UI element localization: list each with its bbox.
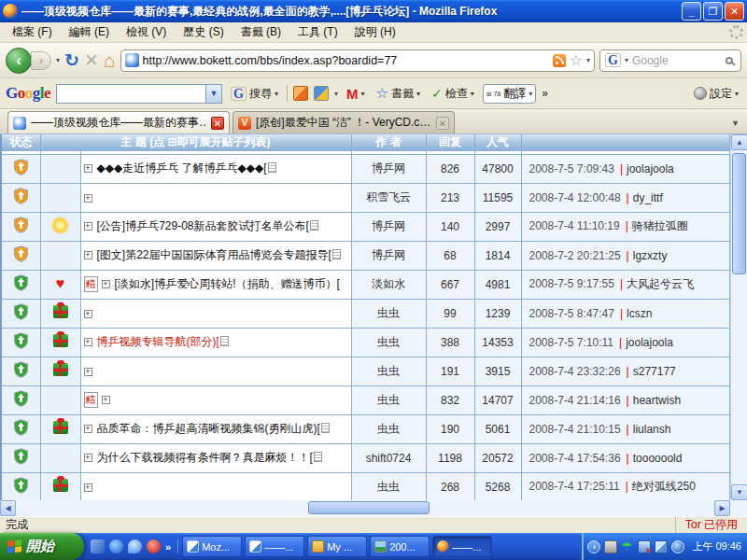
author-cell[interactable]: 虫虫 [351,414,426,443]
tab-close-icon[interactable]: ✕ [211,117,224,130]
scroll-down-arrow[interactable]: ▼ [731,484,747,500]
search-input[interactable]: G ▾ Google [599,49,741,72]
reload-button[interactable]: ↻ [64,51,79,70]
topic-title-link[interactable]: [公告]博乒乓729-08新品套胶试打名单公布[ [97,219,309,232]
lastpost-user-link[interactable]: lgzxzty [633,249,668,262]
taskbar-task-button[interactable]: ——... [432,536,492,557]
search-engine-dropdown-icon[interactable]: ▾ [625,56,628,64]
mail-client-icon[interactable] [91,539,105,553]
gadgets-icon[interactable] [314,86,329,101]
search-icon[interactable] [726,57,733,64]
stop-button[interactable]: ✕ [84,51,99,70]
spellcheck-button[interactable]: ✓ 檢查 ▾ [429,85,477,103]
gmail-button[interactable]: M ▾ [344,85,368,103]
horizontal-scroll-thumb[interactable] [308,501,430,514]
chevron-down-icon[interactable]: ▾ [529,90,532,98]
author-cell[interactable]: 淡如水 [351,270,426,299]
url-bar[interactable]: http://www.bokett.com/bbs/index.asp?boar… [120,49,595,72]
chevron-down-icon[interactable]: ▾ [334,90,338,98]
lastpost-user-link[interactable]: joolajoola [626,336,673,349]
lastpost-user-link[interactable]: lcszn [627,307,652,320]
horizontal-scrollbar[interactable]: ◀ ▶ [0,500,730,516]
photos-icon[interactable] [293,86,308,101]
tor-status-badge[interactable]: Tor 已停用 [675,517,747,533]
author-cell[interactable]: shift0724 [351,443,426,472]
topic-title-link[interactable]: 为什么下载视频得有条件啊？真是麻烦！！[ [97,451,313,464]
menu-item[interactable]: 工具 (T) [289,22,346,42]
close-button[interactable]: ✕ [725,2,744,21]
scroll-left-arrow[interactable]: ◀ [0,500,16,516]
author-cell[interactable]: 虫虫 [351,385,426,414]
expand-thread-icon[interactable]: + [102,396,110,404]
lastpost-user-link[interactable]: 大风起兮云飞 [627,277,694,290]
author-cell[interactable]: 积雪飞云 [351,183,426,212]
taskbar-task-button[interactable]: Moz... [182,536,242,557]
quick-launch-overflow-chevron[interactable]: » [165,541,171,553]
expand-thread-icon[interactable]: + [84,222,92,231]
minimize-button[interactable]: _ [682,2,701,21]
lastpost-user-link[interactable]: liulansh [633,423,671,436]
restore-button[interactable]: ❐ [703,2,723,21]
taskbar-clock[interactable]: 上午 09:46 [692,539,741,553]
browser-tab[interactable]: ——顶级视频仓库——最新的赛事…✕ [7,111,230,133]
tab-close-icon[interactable]: ✕ [436,117,449,130]
expand-thread-icon[interactable]: + [84,483,92,492]
messenger-icon[interactable] [128,539,142,553]
rss-icon[interactable] [553,54,566,67]
google-search-button[interactable]: G 搜尋 ▾ [228,85,281,103]
lastpost-user-link[interactable]: joolajoola [627,162,674,175]
taskbar-task-button[interactable]: My ... [307,536,367,557]
media-player-icon[interactable] [109,539,123,553]
chevron-down-icon[interactable]: ▾ [275,90,278,98]
home-button[interactable]: ⌂ [104,51,116,70]
menu-item[interactable]: 檢視 (V) [118,22,175,42]
chevron-down-icon[interactable]: ▾ [471,90,474,98]
toolbar-overflow-chevron[interactable]: » [542,87,548,100]
menu-item[interactable]: 書籤 (B) [233,22,289,42]
expand-thread-icon[interactable]: + [84,164,92,173]
toolbar-settings-button[interactable]: 設定 ▾ [691,85,741,103]
author-cell[interactable]: 虫虫 [351,328,426,357]
bookmarks-button[interactable]: ☆ 書籤 ▾ [373,84,422,103]
printer-tray-icon[interactable] [604,540,617,553]
url-text[interactable]: http://www.bokett.com/bbs/index.asp?boar… [143,54,549,67]
expand-thread-icon[interactable]: + [84,310,92,318]
browser-tab[interactable]: V[原创]最爱中国 “洁” ！- VeryCD.c…✕ [233,111,455,133]
menu-item[interactable]: 歷史 (S) [175,22,232,42]
expand-thread-icon[interactable]: + [84,454,92,462]
lastpost-user-link[interactable]: dy_ittf [633,191,663,204]
scroll-right-arrow[interactable]: ▶ [714,500,730,516]
scroll-up-arrow[interactable]: ▲ [731,134,747,150]
lastpost-user-link[interactable]: s277177 [633,365,676,378]
topic-title-link[interactable]: [淡如水]博乒爱心周转站!（捐助、赠送博币）[ [115,277,340,290]
url-dropdown-icon[interactable]: ▾ [586,56,590,64]
lastpost-user-link[interactable]: heartwish [633,394,681,407]
author-cell[interactable]: 博乒网 [351,212,426,241]
author-cell[interactable]: 虫虫 [351,357,426,385]
expand-thread-icon[interactable]: + [84,368,92,376]
author-cell[interactable]: 虫虫 [351,472,426,501]
author-cell[interactable]: 博乒网 [351,154,426,183]
topic-title-link[interactable]: 品质革命：博乒超高清晰视频集锦(勇刚山虎)[ [97,422,320,435]
chevron-down-icon[interactable]: ▾ [360,90,364,98]
taskbar-task-button[interactable]: ——... [245,536,304,557]
expand-thread-icon[interactable]: + [84,194,92,203]
expand-thread-icon[interactable]: + [102,280,110,288]
taskbar-task-button[interactable]: 200... [370,536,430,557]
start-button[interactable]: 開始 [0,533,84,560]
expand-thread-icon[interactable]: + [84,425,92,433]
back-button[interactable]: ‹ [6,48,32,74]
chevron-down-icon[interactable]: ▾ [735,90,739,98]
menu-item[interactable]: 編輯 (E) [61,22,118,42]
author-cell[interactable]: 博乒网 [351,241,426,270]
menu-item[interactable]: 檔案 (F) [4,22,61,42]
topic-title-link[interactable]: 博乒视频专辑导航(部分)[ [97,335,219,348]
chevron-down-icon[interactable]: ▾ [416,90,420,98]
history-dropdown-icon[interactable]: ▾ [56,56,60,64]
lastpost-user-link[interactable]: 骑猪拉弧圈 [632,219,688,232]
topic-title-link[interactable]: [图文]第22届中国国际体育用品博览会专题报导[ [97,248,331,261]
umbrella-tray-icon[interactable]: ☂ [621,540,634,553]
author-cell[interactable]: 虫虫 [351,299,426,328]
google-search-input[interactable]: ▼ [56,84,222,104]
lastpost-user-link[interactable]: 绝对弧线250 [632,480,696,493]
